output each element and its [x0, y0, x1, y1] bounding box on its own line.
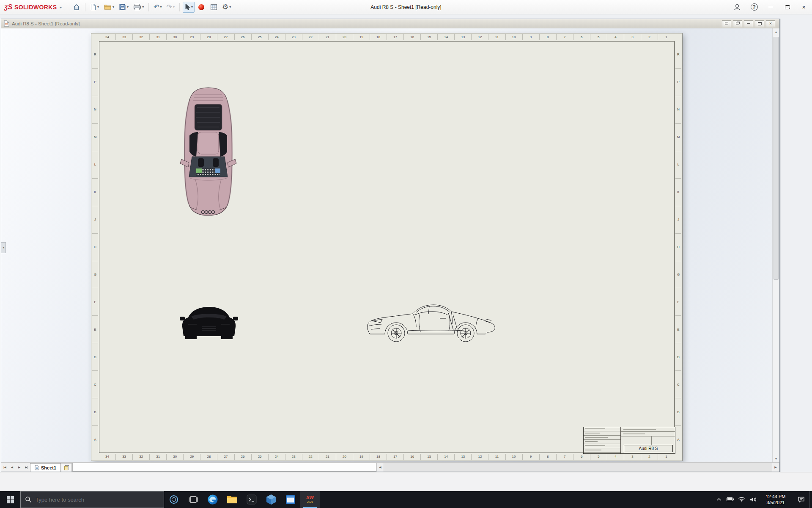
- feature-pane-flyout-button[interactable]: ◂: [1, 242, 6, 253]
- scroll-down-button[interactable]: ▼: [773, 455, 779, 462]
- cortana-button[interactable]: [164, 491, 184, 508]
- scroll-right-button[interactable]: ▶: [772, 463, 779, 472]
- zone-number: 19: [353, 454, 370, 460]
- help-button[interactable]: ?: [746, 0, 763, 14]
- zone-letter: A: [675, 425, 681, 453]
- zone-number: 34: [99, 34, 115, 40]
- system-tray: 12:44 PM 3/5/2021: [713, 491, 812, 508]
- vertical-scrollbar[interactable]: ▲ ▼: [772, 28, 779, 462]
- scroll-up-button[interactable]: ▲: [773, 28, 779, 36]
- search-icon: [25, 496, 32, 503]
- drawing-sheet[interactable]: 3433323130292827262524232221201918171615…: [91, 33, 683, 461]
- tray-battery-button[interactable]: [724, 491, 736, 508]
- zone-number: 22: [302, 34, 319, 40]
- doc-minimize-button[interactable]: [744, 20, 753, 27]
- brand-name: SOLIDWORKS: [14, 4, 57, 11]
- print-button[interactable]: ▾: [132, 2, 145, 13]
- tray-network-button[interactable]: [736, 491, 747, 508]
- add-sheet-button[interactable]: [61, 463, 72, 472]
- zone-letter: B: [92, 398, 98, 425]
- horizontal-scrollbar-thumb[interactable]: [72, 463, 376, 472]
- terminal-app-button[interactable]: [242, 491, 261, 508]
- tray-volume-button[interactable]: [747, 491, 759, 508]
- document-titlebar[interactable]: Audi R8 S - Sheet1 [Read-only] ×: [1, 19, 779, 28]
- first-sheet-button[interactable]: |◀: [1, 463, 8, 472]
- dropdown-arrow-icon[interactable]: ▾: [229, 5, 231, 9]
- mouse-gesture-button[interactable]: [196, 2, 207, 13]
- sheet-icon: [35, 465, 39, 470]
- undo-button[interactable]: ↶ ▾: [152, 2, 163, 13]
- title-block-row: [621, 432, 675, 436]
- horizontal-scrollbar[interactable]: ◀ ▶: [72, 463, 779, 472]
- dropdown-arrow-icon[interactable]: ▾: [142, 5, 144, 9]
- action-center-button[interactable]: [793, 491, 809, 508]
- zone-number: 24: [268, 454, 285, 460]
- solidworks-taskbar-button[interactable]: SW 2021: [300, 491, 320, 508]
- zone-letter: F: [92, 288, 98, 315]
- doc-cascade-button[interactable]: [733, 20, 742, 27]
- scroll-left-button[interactable]: ◀: [376, 463, 384, 472]
- print-icon: [133, 3, 141, 11]
- zone-number: 33: [115, 454, 132, 460]
- account-button[interactable]: [729, 0, 746, 14]
- drawing-view-top[interactable]: [179, 86, 237, 219]
- dropdown-arrow-icon[interactable]: ▾: [97, 5, 99, 9]
- new-document-button[interactable]: ▾: [88, 2, 101, 13]
- zone-letter: E: [675, 315, 681, 343]
- tray-expand-button[interactable]: [713, 491, 724, 508]
- taskbar-search-box[interactable]: [20, 491, 164, 508]
- dropdown-arrow-icon[interactable]: ▾: [127, 5, 129, 9]
- save-button[interactable]: ▾: [117, 2, 130, 13]
- brand-flyout-arrow-icon[interactable]: ▸: [60, 5, 62, 9]
- zone-letter: L: [675, 151, 681, 178]
- close-icon: ×: [769, 21, 772, 26]
- dropdown-arrow-icon[interactable]: ▾: [160, 5, 162, 9]
- zone-number: 17: [387, 34, 403, 40]
- sheet-tab[interactable]: Sheet1: [30, 463, 61, 472]
- doc-close-button[interactable]: ×: [766, 20, 775, 27]
- taskbar-clock[interactable]: 12:44 PM 3/5/2021: [759, 491, 793, 508]
- horizontal-scrollbar-track[interactable]: [384, 463, 772, 472]
- previous-sheet-button[interactable]: ◀: [8, 463, 16, 472]
- close-button[interactable]: ×: [796, 0, 812, 14]
- zone-letter: K: [675, 178, 681, 206]
- cad-viewer-app-button[interactable]: [261, 491, 281, 508]
- drawing-view-front[interactable]: [180, 301, 238, 341]
- action-center-icon: [798, 496, 805, 503]
- edge-taskbar-button[interactable]: [203, 491, 222, 508]
- open-button[interactable]: ▾: [102, 2, 116, 13]
- last-sheet-button[interactable]: ▶|: [23, 463, 30, 472]
- undo-icon: ↶: [154, 4, 159, 11]
- restore-button[interactable]: [779, 0, 796, 14]
- zone-number: 3: [624, 454, 641, 460]
- doc-restore-button[interactable]: [755, 20, 764, 27]
- gear-icon: ⚙: [222, 3, 228, 11]
- home-button[interactable]: [71, 2, 82, 13]
- search-input[interactable]: [36, 497, 159, 503]
- minimize-button[interactable]: [763, 0, 779, 14]
- zone-letter: F: [675, 288, 681, 315]
- title-block-part-name[interactable]: Audi R8 S: [624, 445, 673, 452]
- zone-number: 22: [302, 454, 319, 460]
- file-explorer-button[interactable]: [222, 491, 242, 508]
- start-button[interactable]: [0, 491, 20, 508]
- solidworks-brand[interactable]: ʒS SOLIDWORKS ▸: [0, 3, 65, 11]
- drawing-viewport[interactable]: 3433323130292827262524232221201918171615…: [1, 28, 779, 462]
- select-tool-button[interactable]: ▾: [183, 2, 195, 13]
- redo-button[interactable]: ↷ ▾: [165, 2, 176, 13]
- terminal-icon: [247, 494, 257, 505]
- dropdown-arrow-icon[interactable]: ▾: [191, 5, 193, 9]
- drawing-view-side[interactable]: [365, 301, 498, 345]
- options-button[interactable]: ⚙ ▾: [220, 2, 233, 13]
- doc-window-button[interactable]: [722, 20, 731, 27]
- sheet-properties-button[interactable]: [208, 2, 219, 13]
- window-app-button[interactable]: [281, 491, 300, 508]
- show-desktop-button[interactable]: [809, 491, 812, 508]
- restore-icon: [758, 22, 762, 25]
- minimize-icon: [768, 7, 773, 7]
- dropdown-arrow-icon[interactable]: ▾: [112, 5, 114, 9]
- solidworks-badge: SW: [306, 495, 314, 500]
- next-sheet-button[interactable]: ▶: [16, 463, 23, 472]
- vertical-scrollbar-thumb[interactable]: [774, 37, 779, 280]
- task-view-button[interactable]: [184, 491, 203, 508]
